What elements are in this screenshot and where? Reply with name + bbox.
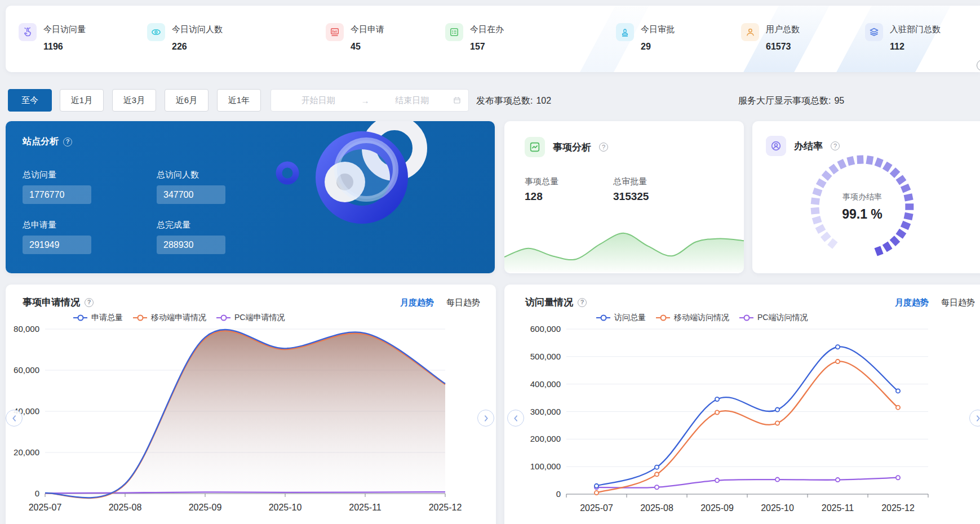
legend-label: 移动端申请情况 (151, 313, 206, 323)
y-axis-label: 400,000 (530, 379, 561, 389)
range-button-1-month[interactable]: 近1月 (60, 89, 104, 112)
trend-tabs: 月度趋势 每日趋势 (400, 297, 480, 308)
hall-total-value: 95 (834, 96, 844, 105)
y-axis-label: 80,000 (14, 324, 39, 334)
range-button-6-month[interactable]: 近6月 (165, 89, 209, 112)
kpi-value: 112 (890, 42, 941, 52)
gauge-value: 99.1 % (842, 207, 883, 222)
x-axis-label: 2025-07 (580, 503, 613, 513)
kpi-total-users: 用户总数 61573 (741, 23, 800, 52)
x-axis-label: 2025-07 (29, 503, 62, 512)
legend-marker-icon (216, 317, 230, 319)
help-icon[interactable]: ? (599, 143, 608, 152)
next-chevron-button[interactable] (477, 410, 494, 427)
published-total-value: 102 (536, 96, 551, 105)
matter-trend-mini-chart (504, 212, 744, 273)
tab-daily-trend[interactable]: 每日趋势 (941, 297, 975, 308)
application-icon (326, 23, 344, 41)
site-analysis-title-row: 站点分析 ? (23, 136, 72, 148)
y-axis-label: 0 (35, 489, 39, 498)
matter-analysis-head: 事项分析 ? (525, 137, 608, 157)
site-analysis-panel: 站点分析 ? 总访问量 1776770 总访问人数 347700 总申请量 29… (6, 121, 495, 273)
field-label: 总访问人数 (157, 170, 286, 180)
kpi-value: 157 (470, 42, 504, 52)
arrow-right-icon: → (359, 96, 372, 105)
help-icon[interactable]: ? (977, 60, 980, 71)
chart-title-row: 事项申请情况 ? (23, 296, 94, 309)
legend-marker-icon (73, 317, 87, 319)
legend-item[interactable]: 移动端申请情况 (133, 313, 206, 323)
kpi-label: 今日申请 (351, 24, 384, 34)
panel-title: 站点分析 (23, 136, 59, 148)
legend-item[interactable]: PC端申请情况 (216, 313, 285, 323)
x-axis-label: 2025-11 (822, 503, 854, 513)
hall-total: 服务大厅显示事项总数:95 (738, 95, 844, 107)
chart-title-row: 访问量情况 ? (525, 296, 587, 309)
user-circle-icon (766, 136, 786, 156)
x-axis-label: 2025-10 (761, 503, 794, 513)
kpi-value: 45 (351, 42, 384, 52)
legend-marker-icon (133, 317, 147, 319)
legend-marker-icon (596, 317, 610, 319)
stamp-icon (616, 23, 634, 41)
dashboard-page: 今日访问量 1196 今日访问人数 226 今日申请 45 (0, 0, 980, 524)
kpi-label: 今日访问人数 (172, 24, 223, 34)
field-value-box: 291949 (23, 236, 91, 254)
date-range-picker[interactable]: 开始日期 → 结束日期 (271, 89, 469, 112)
stat-value: 315325 (613, 190, 649, 203)
help-icon[interactable]: ? (63, 137, 72, 146)
legend-item[interactable]: 申请总量 (73, 313, 123, 323)
field-value-box: 288930 (157, 236, 225, 254)
end-date-input[interactable]: 结束日期 (372, 95, 453, 106)
range-button-1-year[interactable]: 近1年 (217, 89, 261, 112)
hand-pointer-icon (19, 23, 37, 41)
y-axis-label: 200,000 (530, 434, 561, 443)
x-axis-label: 2025-09 (189, 503, 222, 512)
field-total-applications: 总申请量 291949 (23, 220, 152, 254)
tab-monthly-trend[interactable]: 月度趋势 (895, 297, 929, 308)
kpi-label: 今日审批 (641, 24, 675, 34)
prev-chevron-button[interactable] (6, 410, 23, 427)
y-axis-label: 20,000 (14, 447, 39, 457)
field-total-visitors: 总访问人数 347700 (157, 170, 286, 204)
help-icon[interactable]: ? (578, 298, 587, 307)
hall-total-label: 服务大厅显示事项总数: (738, 96, 831, 105)
stat-value: 128 (525, 190, 558, 203)
y-axis-label: 60,000 (14, 365, 39, 375)
matter-applications-card: 020,00040,00060,00080,0002025-072025-082… (6, 285, 496, 524)
legend-label: 访问总量 (614, 313, 646, 323)
field-label: 总完成量 (157, 220, 286, 230)
tab-monthly-trend[interactable]: 月度趋势 (400, 297, 434, 308)
chart-title: 事项申请情况 (23, 296, 80, 309)
chart-legend: 申请总量移动端申请情况PC端申请情况 (73, 313, 285, 323)
kpi-value: 61573 (766, 42, 800, 52)
kpi-today-applications: 今日申请 45 (326, 23, 384, 52)
kpi-label: 用户总数 (766, 24, 800, 34)
chart-title: 访问量情况 (525, 296, 573, 309)
legend-item[interactable]: 访问总量 (596, 313, 646, 323)
legend-item[interactable]: 移动端访问情况 (656, 313, 729, 323)
kpi-today-approvals: 今日审批 29 (616, 23, 675, 52)
prev-chevron-button[interactable] (507, 410, 524, 427)
x-axis-label: 2025-09 (700, 503, 734, 513)
kpi-label: 入驻部门总数 (890, 24, 941, 34)
legend-item[interactable]: PC端访问情况 (739, 313, 808, 323)
field-value-box: 1776770 (23, 185, 91, 204)
kpi-value: 1196 (43, 42, 86, 52)
kpi-today-visitors: 今日访问人数 226 (147, 23, 223, 52)
y-axis-label: 100,000 (530, 461, 561, 471)
kpi-value: 29 (641, 42, 675, 52)
help-icon[interactable]: ? (85, 298, 94, 307)
gauge-label: 事项办结率 (842, 192, 882, 202)
range-button-to-date[interactable]: 至今 (8, 89, 52, 112)
field-label: 总申请量 (23, 220, 152, 230)
start-date-input[interactable]: 开始日期 (278, 95, 359, 106)
layers-icon (865, 23, 883, 41)
kpi-total-departments: 入驻部门总数 112 (865, 23, 941, 52)
range-button-3-month[interactable]: 近3月 (112, 89, 156, 112)
kpi-label: 今日访问量 (43, 24, 86, 34)
tab-daily-trend[interactable]: 每日趋势 (446, 297, 480, 308)
legend-label: PC端申请情况 (234, 313, 285, 323)
kpi-today-inprogress: 今日在办 157 (445, 23, 504, 52)
kpi-bar: 今日访问量 1196 今日访问人数 226 今日申请 45 (6, 6, 980, 72)
